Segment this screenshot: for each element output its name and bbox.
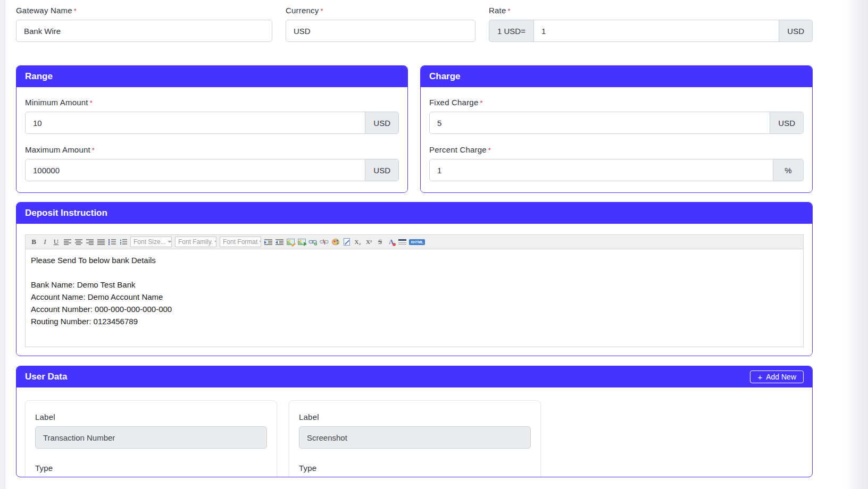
insert-image-button[interactable]: [297, 237, 307, 247]
maximum-amount-suffix: USD: [365, 159, 399, 181]
page-content: Gateway Name* Currency* Rate* 1 USD= USD: [16, 0, 813, 477]
charge-card: Charge Fixed Charge* USD Percent Charge*: [420, 65, 813, 193]
gateway-top-form-row: Gateway Name* Currency* Rate* 1 USD= USD: [16, 0, 813, 42]
ordered-list-icon: [108, 239, 116, 245]
rate-field: Rate* 1 USD= USD: [489, 6, 813, 42]
minimum-amount-suffix: USD: [365, 112, 399, 134]
maximum-amount-label: Maximum Amount*: [25, 145, 399, 154]
align-justify-button[interactable]: [96, 237, 106, 247]
user-data-header: User Data + Add New: [16, 366, 812, 387]
unordered-list-icon: [120, 239, 127, 245]
editor-line: Account Number: 000-000-000-000-000: [31, 303, 798, 315]
font-size-select[interactable]: Font Size...: [130, 237, 172, 247]
upload-image-button[interactable]: [286, 237, 296, 247]
editor-content[interactable]: Please Send To below bank Details Bank N…: [26, 249, 803, 347]
maximum-amount-group: USD: [25, 159, 399, 181]
user-data-label-title: Label: [35, 412, 267, 421]
subscript-button[interactable]: X₂: [353, 237, 363, 247]
required-asterisk: *: [508, 7, 511, 15]
range-card-body: Minimum Amount* USD Maximum Amount* USD: [16, 87, 407, 192]
user-data-label-input[interactable]: Transaction Number: [35, 426, 267, 449]
currency-label-text: Currency: [286, 6, 319, 15]
required-asterisk: *: [488, 146, 491, 154]
percent-charge-suffix: %: [773, 159, 804, 181]
page-right-gutter: [845, 0, 868, 489]
charge-card-body: Fixed Charge* USD Percent Charge* %: [421, 87, 812, 192]
rate-input[interactable]: [533, 20, 779, 42]
minimum-amount-field: Minimum Amount* USD: [25, 98, 399, 134]
fixed-charge-label: Fixed Charge*: [429, 98, 804, 107]
remove-format-button[interactable]: A: [386, 237, 396, 247]
rate-suffix-addon: USD: [779, 20, 813, 42]
font-format-select[interactable]: Font Format: [220, 237, 261, 247]
rate-label-text: Rate: [489, 6, 506, 15]
rate-label: Rate*: [489, 6, 813, 15]
indent-button[interactable]: [263, 237, 273, 247]
color-palette-icon: [332, 239, 339, 245]
range-card: Range Minimum Amount* USD Maximum Amount…: [16, 65, 408, 193]
percent-charge-label-text: Percent Charge: [429, 145, 487, 154]
font-size-select-value: Font Size...: [133, 238, 166, 246]
deposit-instruction-header: Deposit Instruction: [16, 203, 812, 224]
html-source-button[interactable]: XHTML: [408, 237, 425, 247]
align-right-button[interactable]: [85, 237, 95, 247]
percent-charge-group: %: [429, 159, 804, 181]
edit-source-button[interactable]: [341, 237, 352, 247]
fixed-charge-input[interactable]: [429, 112, 770, 134]
percent-charge-input[interactable]: [429, 159, 773, 181]
align-left-button[interactable]: [62, 237, 72, 247]
minimum-amount-input[interactable]: [25, 112, 365, 134]
italic-button[interactable]: I: [40, 237, 50, 247]
insert-image-icon: [298, 239, 306, 245]
user-data-label-input[interactable]: Screenshot: [299, 426, 531, 449]
font-family-select[interactable]: Font Family.: [175, 237, 216, 247]
align-center-button[interactable]: [73, 237, 84, 247]
required-asterisk: *: [480, 99, 482, 107]
minimum-amount-group: USD: [25, 112, 399, 134]
editor-line: [31, 266, 798, 279]
gateway-edit-page: Gateway Name* Currency* Rate* 1 USD= USD: [0, 0, 868, 489]
remove-link-icon: [320, 239, 329, 246]
ordered-list-button[interactable]: [107, 237, 117, 247]
horizontal-rule-button[interactable]: [397, 237, 407, 247]
deposit-instruction-title: Deposit Instruction: [25, 208, 107, 218]
align-right-icon: [86, 239, 94, 245]
gateway-name-input[interactable]: [16, 20, 272, 42]
outdent-button[interactable]: [274, 237, 285, 247]
rate-prefix-addon: 1 USD=: [489, 20, 533, 42]
superscript-button[interactable]: X²: [364, 237, 374, 247]
remove-link-button[interactable]: [319, 237, 329, 247]
upload-image-icon: [287, 239, 295, 245]
unordered-list-button[interactable]: [118, 237, 128, 247]
fixed-charge-suffix: USD: [770, 112, 804, 134]
fixed-charge-field: Fixed Charge* USD: [429, 98, 804, 134]
page-left-gutter: [0, 0, 5, 489]
chevron-down-icon: [168, 241, 172, 243]
chevron-down-icon: [214, 241, 216, 243]
bold-button[interactable]: B: [29, 237, 39, 247]
maximum-amount-label-text: Maximum Amount: [25, 145, 90, 154]
currency-input[interactable]: [286, 20, 475, 42]
editor-toolbar: B I U Font Size... Font Family. Font For…: [26, 235, 803, 249]
deposit-instruction-body: B I U Font Size... Font Family. Font For…: [16, 224, 812, 356]
percent-charge-label: Percent Charge*: [429, 145, 804, 154]
html-source-icon: XHTML: [409, 239, 425, 245]
strikethrough-button[interactable]: S: [375, 237, 385, 247]
maximum-amount-input[interactable]: [25, 159, 365, 181]
align-left-icon: [64, 239, 71, 245]
add-new-button-label: Add New: [766, 373, 796, 381]
user-data-card: User Data + Add New Label Transaction Nu…: [16, 366, 813, 477]
gateway-name-label-text: Gateway Name: [16, 6, 72, 15]
gateway-name-field: Gateway Name*: [16, 6, 272, 42]
currency-field: Currency*: [286, 6, 475, 42]
horizontal-rule-icon: [398, 239, 406, 244]
text-color-button[interactable]: [330, 237, 340, 247]
editor-line: Account Name: Demo Account Name: [31, 291, 798, 303]
minimum-amount-label-text: Minimum Amount: [25, 98, 88, 107]
underline-button[interactable]: U: [51, 237, 61, 247]
range-charge-row: Range Minimum Amount* USD Maximum Amount…: [16, 65, 813, 193]
insert-link-button[interactable]: [308, 237, 318, 247]
add-new-button[interactable]: + Add New: [750, 370, 804, 383]
editor-line: Routing Number: 0123456789: [31, 315, 798, 327]
editor-line: Please Send To below bank Details: [31, 254, 798, 266]
